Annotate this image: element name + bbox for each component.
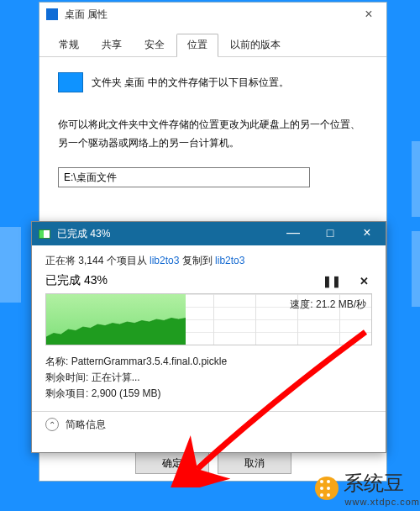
watermark-url: www.xtdpc.com	[345, 497, 420, 507]
watermark: 系统豆 www.xtdpc.com	[315, 470, 420, 507]
tab-sharing[interactable]: 共享	[91, 34, 133, 57]
copy-progress-icon	[39, 229, 50, 239]
tab-location[interactable]: 位置	[176, 34, 218, 57]
meta-items: 剩余项目: 2,900 (159 MB)	[45, 386, 372, 402]
meta-name: 名称: PatternGrammar3.5.4.final.0.pickle	[45, 354, 372, 370]
copy-status-prefix: 正在将 3,144 个项目从	[45, 255, 150, 266]
speed-graph: 速度: 21.2 MB/秒	[45, 293, 372, 345]
location-info-text: 文件夹 桌面 中的文件存储于以下目标位置。	[92, 76, 289, 90]
cancel-button[interactable]: 取消	[218, 452, 291, 474]
tab-previous-versions[interactable]: 以前的版本	[219, 34, 291, 57]
dialog-titlebar[interactable]: 桌面 属性 ×	[39, 3, 386, 26]
copy-titlebar[interactable]: 已完成 43% — □ ×	[32, 222, 386, 245]
copy-progress-dialog: 已完成 43% — □ × 正在将 3,144 个项目从 lib2to3 复制到…	[31, 221, 386, 453]
svg-marker-0	[46, 318, 186, 345]
watermark-brand: 系统豆	[344, 470, 420, 497]
cancel-icon[interactable]: ✕	[355, 274, 372, 287]
copy-dest-link[interactable]: lib2to3	[215, 255, 244, 266]
chevron-up-icon[interactable]: ⌃	[45, 418, 59, 431]
copy-status-mid: 复制到	[179, 255, 215, 266]
details-toggle-label: 简略信息	[66, 418, 106, 432]
close-icon[interactable]: ×	[349, 222, 386, 245]
copy-title: 已完成 43%	[57, 227, 275, 241]
copy-source-link[interactable]: lib2to3	[150, 255, 179, 266]
minimize-icon[interactable]: —	[275, 222, 312, 245]
details-toggle-row[interactable]: ⌃ 简略信息	[45, 412, 372, 432]
tab-general[interactable]: 常规	[48, 34, 90, 57]
close-icon[interactable]: ×	[356, 5, 381, 24]
dialog-title: 桌面 属性	[65, 8, 356, 22]
copy-meta-block: 名称: PatternGrammar3.5.4.final.0.pickle 剩…	[45, 354, 372, 403]
ok-button[interactable]: 确定	[135, 452, 209, 474]
tab-strip: 常规 共享 安全 位置 以前的版本	[39, 26, 386, 57]
meta-time: 剩余时间: 正在计算...	[45, 370, 372, 386]
location-help-text: 你可以将此文件夹中文件存储的位置更改为此硬盘上的另一个位置、另一个驱动器或网络上…	[58, 116, 368, 152]
tab-security[interactable]: 安全	[134, 34, 176, 57]
location-folder-icon	[58, 72, 83, 92]
copy-status-line: 正在将 3,144 个项目从 lib2to3 复制到 lib2to3	[45, 254, 372, 268]
folder-icon	[46, 8, 58, 20]
maximize-icon[interactable]: □	[312, 222, 349, 245]
watermark-icon	[315, 477, 339, 500]
copy-percent-label: 已完成 43%	[45, 273, 308, 288]
dialog-body: 文件夹 桌面 中的文件存储于以下目标位置。 你可以将此文件夹中文件存储的位置更改…	[39, 57, 386, 187]
pause-icon[interactable]: ❚❚	[323, 274, 340, 287]
speed-label: 速度: 21.2 MB/秒	[290, 298, 366, 312]
location-path-input[interactable]	[58, 167, 310, 187]
